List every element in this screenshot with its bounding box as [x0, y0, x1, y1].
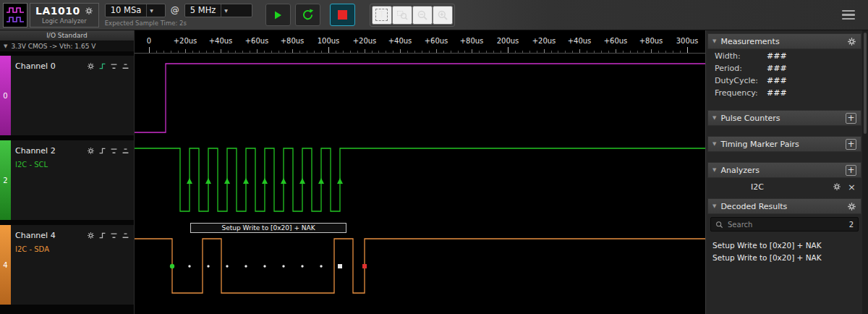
panel-scrollbar-thumb[interactable]	[864, 33, 867, 134]
measurement-row: Period: ###	[715, 62, 852, 75]
channel-2-color-stripe: 2	[0, 140, 11, 220]
remove-analyzer-icon[interactable]: ×	[848, 182, 856, 192]
device-name: LA1010	[35, 5, 80, 17]
channel-4-sda-trace	[135, 239, 705, 293]
device-settings-gear-icon[interactable]	[85, 7, 93, 15]
trigger-low-level-icon[interactable]	[122, 144, 129, 158]
channel-0-card[interactable]: 0 Channel 0	[0, 56, 134, 135]
waveform-canvas[interactable]	[135, 54, 705, 308]
decoded-result-row[interactable]: Setup Write to [0x20] + NAK	[707, 251, 859, 263]
acquisition-settings: 10 MSa ▼ @ 5 MHz ▼ Expected Sample Time:…	[105, 4, 252, 27]
trigger-rising-edge-icon[interactable]	[98, 229, 106, 242]
measurement-value: ###	[767, 76, 787, 85]
channel-settings-gear-icon[interactable]	[87, 144, 95, 158]
trigger-high-level-icon[interactable]	[110, 229, 118, 242]
measurement-label: Period:	[715, 64, 767, 73]
start-capture-button[interactable]	[265, 4, 291, 26]
ruler-tick	[292, 49, 293, 53]
timing-marker-pairs-section-header[interactable]: ▼ Timing Marker Pairs +	[707, 136, 861, 152]
io-standard-header: I/O Standard	[0, 30, 134, 41]
at-symbol: @	[171, 5, 179, 15]
chevron-down-icon: ▼	[4, 43, 7, 49]
measurement-row: Frequency: ###	[715, 87, 852, 99]
analyzer-item-i2c[interactable]: I2C ×	[707, 179, 861, 194]
ruler-label: +80us	[460, 37, 484, 45]
section-title: Pulse Counters	[720, 114, 780, 123]
ruler-label: 200us	[497, 37, 519, 45]
view-tools-group: T	[370, 4, 455, 27]
sample-count-value: 10 MSa	[111, 5, 147, 15]
channel-protocol-label: I2C - SCL	[15, 161, 129, 169]
measurements-section-header[interactable]: ▼ Measurements	[707, 33, 861, 49]
measurements-settings-gear-icon[interactable]	[847, 37, 856, 46]
ruler-label: +80us	[639, 37, 663, 45]
zoom-selection-icon	[396, 9, 408, 21]
channel-settings-gear-icon[interactable]	[87, 229, 95, 242]
section-title: Decoded Results	[720, 202, 787, 211]
channel-2-card[interactable]: 2 Channel 2 I2C - SCL	[0, 140, 134, 220]
add-analyzer-button[interactable]: +	[846, 165, 856, 176]
trigger-high-level-icon[interactable]	[110, 59, 118, 73]
trigger-high-level-icon[interactable]	[110, 144, 118, 158]
hamburger-menu-icon[interactable]	[839, 7, 858, 23]
trigger-t-icon: T	[375, 9, 388, 21]
section-title: Measurements	[720, 37, 779, 46]
zoom-out-button[interactable]	[412, 6, 433, 25]
decoded-results-search: 2	[710, 217, 859, 232]
trigger-low-level-icon[interactable]	[122, 59, 129, 73]
ruler-label: +40us	[209, 37, 233, 45]
i2c-nak-marker	[338, 264, 342, 268]
decoded-results-settings-gear-icon[interactable]	[847, 202, 856, 211]
zoom-out-icon	[417, 9, 428, 21]
ruler-tick	[579, 49, 580, 53]
sample-count-select[interactable]: 10 MSa ▼	[105, 4, 166, 17]
chevron-down-icon: ▼	[712, 141, 716, 147]
trigger-rising-edge-icon[interactable]	[98, 144, 106, 158]
ruler-tick	[365, 49, 365, 53]
trigger-rising-edge-icon[interactable]	[98, 59, 106, 73]
decoded-results-section-header[interactable]: ▼ Decoded Results	[707, 198, 861, 214]
analyzers-section-header[interactable]: ▼ Analyzers +	[707, 162, 861, 178]
waveform-area[interactable]: 0 +20us +40us +60us +80us 100us +20us +4…	[134, 30, 705, 314]
trigger-low-level-icon[interactable]	[122, 229, 129, 242]
channel-number: 0	[3, 92, 7, 100]
measurement-row: Width: ###	[715, 50, 852, 62]
ruler-label: +60us	[604, 37, 628, 45]
app-logo-icon	[3, 3, 27, 27]
trigger-marker-button[interactable]: T	[372, 6, 392, 25]
ruler-tick	[472, 49, 472, 53]
sample-rate-select[interactable]: 5 MHz ▼	[184, 4, 252, 17]
ruler-tick	[400, 49, 401, 53]
search-input[interactable]	[728, 221, 845, 229]
logo-waveform-icon	[5, 5, 25, 25]
channel-name: Channel 4	[15, 231, 56, 240]
channel-4-card[interactable]: 4 Channel 4 I2C - SDA	[0, 225, 134, 305]
channel-settings-gear-icon[interactable]	[87, 59, 95, 73]
io-standard-select[interactable]: ▼ 3.3V CMOS -> Vth: 1.65 V	[0, 41, 134, 51]
zoom-selection-button[interactable]	[392, 6, 412, 25]
toolbar: LA1010 Logic Analyzer 10 MSa ▼ @ 5 MHz ▼…	[0, 0, 868, 30]
panel-scrollbar[interactable]	[862, 30, 868, 314]
decoded-result-row[interactable]: Setup Write to [0x20] + NAK	[707, 239, 859, 251]
analyzer-settings-gear-icon[interactable]	[833, 182, 841, 191]
clock-edge-arrows	[187, 178, 343, 184]
add-timing-marker-pair-button[interactable]: +	[846, 139, 856, 150]
search-icon	[715, 221, 723, 229]
time-ruler[interactable]: 0 +20us +40us +60us +80us 100us +20us +4…	[135, 30, 705, 54]
side-panel: ▼ Measurements Width: ### Period: ### Du…	[705, 30, 868, 314]
repeated-capture-button[interactable]	[295, 4, 320, 26]
ruler-label: +60us	[245, 37, 269, 45]
add-pulse-counter-button[interactable]: +	[846, 113, 856, 124]
analyzer-name: I2C	[751, 182, 764, 192]
decoded-annotation-bubble[interactable]: Setup Write to [0x20] + NAK	[190, 223, 346, 233]
channel-4-color-stripe: 4	[0, 225, 11, 305]
i2c-start-marker	[170, 264, 174, 268]
channel-number: 4	[3, 261, 7, 269]
pulse-counters-section-header[interactable]: ▼ Pulse Counters +	[707, 110, 861, 126]
ruler-label: +40us	[568, 37, 592, 45]
ruler-tick	[436, 49, 437, 53]
zoom-in-button[interactable]	[433, 6, 453, 25]
stop-capture-button[interactable]	[330, 4, 355, 26]
ruler-tick	[328, 47, 329, 53]
results-count-badge: 2	[849, 221, 854, 229]
